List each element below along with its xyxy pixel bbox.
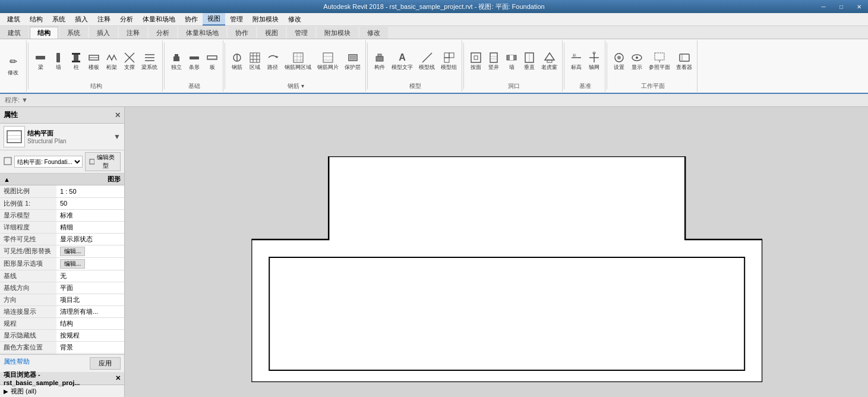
svg-rect-12 (173, 56, 179, 61)
ribbon-tab-tiliang[interactable]: 体量和场地 (178, 27, 226, 39)
menu-item-fenxi[interactable]: 分析 (115, 14, 138, 25)
ribbon-btn-viewer[interactable]: 查看器 (674, 51, 695, 73)
menu-item-hezuo[interactable]: 协作 (180, 14, 203, 25)
ribbon-btn-shaft[interactable]: 竖井 (485, 51, 502, 73)
strip-icon (188, 52, 200, 64)
svg-rect-71 (269, 257, 744, 370)
divider-7 (607, 43, 607, 89)
ribbon-btn-component[interactable]: 构件 (371, 51, 388, 73)
ribbon-tab-zhushi[interactable]: 注释 (119, 27, 147, 39)
properties-section-title: ▲ 图形 (0, 174, 124, 185)
ribbon-btn-wall[interactable]: 墙 (50, 51, 67, 73)
ribbon-tab-xiugai[interactable]: 修改 (359, 27, 388, 39)
svg-marker-51 (545, 53, 554, 60)
ribbon-btn-slab[interactable]: 板 (204, 51, 220, 73)
truss-icon (106, 52, 118, 64)
properties-title: 属性 (4, 110, 18, 120)
ribbon-btn-rebar-path[interactable]: 路径 (264, 51, 281, 73)
properties-footer: 属性帮助 应用 (0, 354, 124, 372)
ribbon-btn-model-text[interactable]: A 模型文字 (389, 51, 415, 73)
menu-item-tiliang[interactable]: 体量和场地 (138, 14, 180, 25)
divider-1 (28, 43, 29, 89)
ribbon-btn-dormer[interactable]: 老虎窗 (539, 51, 560, 73)
ribbon-btn-truss[interactable]: 桁架 (103, 51, 120, 73)
canvas-area[interactable] (125, 107, 868, 397)
view-type-dropdown[interactable]: ▼ (113, 133, 121, 141)
ribbon-group-foundation: 独立 条形 板 基础 (166, 40, 223, 92)
svg-rect-39 (444, 53, 449, 58)
ribbon-btn-model-line[interactable]: 模型线 (416, 51, 437, 73)
ribbon-btn-wall-opening[interactable]: 墙 (503, 51, 520, 73)
ribbon-btn-modify[interactable]: ✏ 修改 (2, 52, 24, 78)
project-browser-title: 项目浏览器 - rst_basic_sample_proj... (4, 370, 115, 386)
ribbon-btn-model-group[interactable]: 模型组 (438, 51, 459, 73)
ribbon-tabs: 建筑 结构 系统 插入 注释 分析 体量和场地 协作 视图 管理 附加模块 修改 (0, 26, 868, 39)
properties-header: 属性 ✕ (0, 107, 124, 124)
menu-item-charu[interactable]: 插入 (70, 14, 93, 25)
svg-line-25 (277, 56, 278, 58)
ribbon-group-items-rebar: 钢筋 区域 路径 钢筋 (229, 42, 363, 81)
close-button[interactable]: ✕ (850, 0, 868, 13)
ribbon-btn-strip[interactable]: 条形 (186, 51, 203, 73)
ribbon-tab-guanli[interactable]: 管理 (287, 27, 315, 39)
maximize-button[interactable]: □ (832, 0, 850, 13)
ribbon-tab-hezuo[interactable]: 协作 (228, 27, 256, 39)
beam-icon (34, 52, 46, 64)
tree-item-views[interactable]: ▶ 视图 (all) (4, 386, 121, 396)
modify-icon: ✏ (6, 54, 20, 68)
vertical-icon (523, 52, 535, 64)
menu-item-xiugai[interactable]: 修改 (283, 14, 306, 25)
apply-button[interactable]: 应用 (90, 357, 121, 370)
menu-item-guanli[interactable]: 管理 (225, 14, 248, 25)
ribbon-btn-byface[interactable]: 按面 (468, 51, 484, 73)
menu-item-xitong[interactable]: 系统 (48, 14, 70, 25)
ribbon-btn-show[interactable]: 显示 (629, 51, 645, 73)
ribbon-tab-charu[interactable]: 插入 (89, 27, 118, 39)
svg-rect-13 (175, 54, 178, 56)
ribbon-btn-floor[interactable]: 楼板 (86, 51, 102, 73)
divider-3 (225, 43, 225, 89)
menu-item-shitu[interactable]: 视图 (203, 13, 225, 26)
ribbon-btn-level[interactable]: 标 标高 (568, 51, 585, 73)
drawing-canvas (125, 107, 868, 397)
prop-name: 零件可见性 (0, 233, 56, 245)
ribbon-btn-beam[interactable]: 梁 (32, 51, 49, 73)
ribbon-tab-jiegou[interactable]: 结构 (30, 27, 58, 39)
ribbon-btn-rebar-area[interactable]: 区域 (247, 51, 263, 73)
ribbon-tab-xitong[interactable]: 系统 (59, 27, 88, 39)
menu-item-jianzhu[interactable]: 建筑 (2, 14, 25, 25)
ribbon-tab-shitu[interactable]: 视图 (257, 27, 286, 39)
properties-help-link[interactable]: 属性帮助 (4, 357, 30, 370)
ribbon-btn-ref-plane[interactable]: 参照平面 (646, 51, 673, 73)
project-browser-close[interactable]: ✕ (115, 374, 121, 382)
minimize-button[interactable]: ─ (815, 0, 832, 13)
svg-rect-36 (376, 56, 383, 61)
ribbon-btn-rebar[interactable]: 钢筋 (229, 51, 245, 73)
ribbon-btn-cover[interactable]: 保护层 (342, 51, 363, 73)
view-type-sub: Structural Plan (27, 138, 111, 144)
floor-plan-svg (251, 156, 762, 382)
isolated-icon (171, 52, 182, 64)
ribbon-btn-column[interactable]: 柱 (68, 51, 84, 73)
ribbon-btn-beam-system[interactable]: 梁系统 (139, 51, 160, 73)
ribbon-btn-vertical[interactable]: 垂直 (521, 51, 538, 73)
ribbon-btn-grid[interactable]: 轴网 (586, 51, 602, 73)
ribbon-tab-fujiamokuai[interactable]: 附加模块 (317, 27, 358, 39)
menu-item-jiegou[interactable]: 结构 (25, 14, 48, 25)
menu-item-zhushi[interactable]: 注释 (93, 14, 115, 25)
ribbon-btn-mesh-area[interactable]: 钢筋网区域 (282, 51, 314, 73)
menu-item-fujiamokuai[interactable]: 附加模块 (248, 14, 283, 25)
properties-close-button[interactable]: ✕ (115, 111, 121, 119)
project-browser-header: 项目浏览器 - rst_basic_sample_proj... ✕ (0, 372, 124, 385)
ribbon-btn-set[interactable]: 设置 (611, 51, 627, 73)
view-filter-select[interactable]: 结构平面: Foundati... (14, 156, 83, 168)
ribbon-btn-mesh-sheet[interactable]: 钢筋网片 (315, 51, 341, 73)
ribbon-tab-fenxi[interactable]: 分析 (149, 27, 177, 39)
edit-type-button[interactable]: 编辑类型 (85, 152, 121, 171)
svg-rect-31 (323, 53, 333, 62)
prop-value: 清理所有墙... (56, 305, 124, 317)
ribbon-btn-brace[interactable]: 支撑 (121, 51, 138, 73)
ribbon-btn-isolated[interactable]: 独立 (168, 51, 185, 73)
ribbon-tab-jianzhu[interactable]: 建筑 (0, 27, 29, 39)
divider-4 (367, 43, 368, 89)
